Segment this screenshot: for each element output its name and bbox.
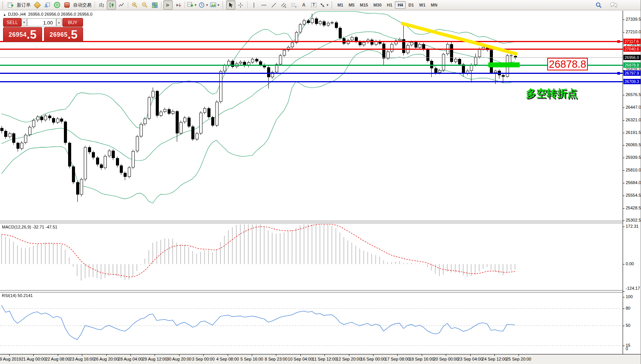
chevron-down-icon: ▼	[206, 3, 209, 7]
time-label: 10 Sep 04:00	[288, 357, 313, 361]
market-watch-button[interactable]	[33, 0, 42, 10]
axis-tick-mark	[623, 170, 625, 171]
trendline-icon	[271, 2, 277, 8]
template-icon	[210, 2, 216, 8]
autotrading-label[interactable]: 自动交易	[73, 2, 91, 8]
new-order-label[interactable]: 新订单	[17, 2, 31, 8]
new-order-button[interactable]	[6, 0, 15, 10]
time-label: 5 Sep 16:00	[240, 357, 263, 361]
buy-price-button[interactable]: 26965.5	[44, 27, 83, 42]
bar-chart-icon	[99, 2, 104, 8]
green-highlight-rectangle[interactable]	[488, 62, 520, 67]
volume-increase-button[interactable]: ▲	[56, 18, 62, 26]
time-label: 24 Sep 12:00	[482, 357, 507, 361]
time-label: 23 Sep 04:00	[458, 357, 483, 361]
bull-bear-turning-point-annotation[interactable]: 多空转折点	[526, 87, 577, 100]
horizontal-line-27117.6[interactable]	[0, 41, 623, 42]
chart-menu-triangle-icon[interactable]: ▲	[3, 13, 6, 16]
trendline-button[interactable]	[269, 0, 279, 10]
text-label-icon: T	[311, 3, 316, 7]
templates-button[interactable]: ▼	[210, 0, 220, 10]
price-chart-canvas[interactable]	[0, 11, 623, 354]
timeframe-H4[interactable]: H4	[395, 1, 406, 9]
timeframe-M15[interactable]: M15	[357, 1, 370, 9]
price-callout-text: 26878.8	[549, 59, 586, 70]
signals-button[interactable]	[52, 0, 62, 10]
time-label: 23 Aug 16:00	[70, 357, 95, 361]
tile-windows-button[interactable]	[150, 0, 159, 10]
axis-tick-mark	[623, 183, 625, 183]
price-tick-26065.5: 26065.5	[626, 142, 641, 147]
fibonacci-button[interactable]: F	[289, 0, 298, 10]
signal-icon	[54, 2, 60, 8]
horizontal-line-26797.9[interactable]	[0, 73, 623, 74]
chevron-down-icon: ▼	[326, 3, 329, 7]
periods-button[interactable]: ▼	[198, 0, 209, 10]
text-button[interactable]: A	[299, 0, 308, 10]
profile-button[interactable]	[42, 0, 52, 10]
bar-chart-button[interactable]	[97, 0, 106, 10]
toolbar-separator	[95, 2, 95, 8]
chat-button[interactable]	[609, 0, 618, 10]
axis-tick-mark	[623, 95, 625, 95]
cursor-button[interactable]	[226, 0, 235, 10]
chart-shift-button[interactable]	[173, 0, 183, 10]
search-button[interactable]	[594, 0, 603, 10]
price-tag-26709.3: 26709.3	[623, 79, 641, 84]
line-handle-26797.9[interactable]	[617, 72, 620, 75]
channel-icon: E	[281, 2, 287, 8]
sell-button-label: SELL	[7, 20, 18, 25]
timeframe-W1[interactable]: W1	[416, 1, 428, 9]
toolbar-right-icons	[594, 0, 619, 10]
timeframe-D1[interactable]: D1	[406, 1, 416, 9]
line-handle-27117.6[interactable]	[617, 40, 620, 43]
candlestick-chart-button[interactable]	[107, 0, 116, 10]
crosshair-button[interactable]	[236, 0, 245, 10]
volume-decrease-button[interactable]: ▼	[21, 18, 27, 26]
time-label: 17 Sep 08:00	[385, 357, 410, 361]
rsi-tick-0: 0	[626, 346, 628, 351]
indicators-icon	[187, 2, 193, 8]
time-axis[interactable]: 19 Aug 201921 Aug 00:0022 Aug 08:0023 Au…	[0, 354, 641, 364]
horizontal-line-26878.8[interactable]	[0, 65, 623, 66]
indicators-button[interactable]: ▼	[187, 0, 197, 10]
price-tick-27210.0: 27210.0	[626, 29, 641, 34]
arrows-button[interactable]: ▼	[319, 0, 329, 10]
equidistant-channel-button[interactable]: E	[279, 0, 289, 10]
macd-panel-splitter[interactable]	[0, 221, 623, 223]
timeframe-H1[interactable]: H1	[384, 1, 395, 9]
vertical-line-button[interactable]	[250, 0, 259, 10]
rsi-panel-splitter[interactable]	[0, 290, 623, 292]
autotrading-button[interactable]	[62, 0, 72, 10]
time-label: 22 Aug 08:00	[45, 357, 70, 361]
price-callout-box[interactable]: 26878.8	[547, 58, 588, 70]
buy-button[interactable]: BUY	[62, 18, 83, 27]
volume-input[interactable]: 1.00	[27, 18, 56, 26]
line-chart-button[interactable]	[117, 0, 126, 10]
zoom-out-button[interactable]	[140, 0, 149, 10]
timeframe-M30[interactable]: M30	[371, 1, 384, 9]
time-tick-mark	[470, 354, 471, 356]
zoom-in-button[interactable]	[130, 0, 139, 10]
macd-tick-0.00: 0.00	[626, 261, 634, 266]
time-tick-mark	[82, 354, 82, 356]
search-icon	[595, 2, 602, 8]
text-label-button[interactable]: T	[309, 0, 318, 10]
price-tick-26576.5: 26576.5	[626, 92, 641, 97]
sell-price-button[interactable]: 26954.5	[3, 27, 42, 42]
timeframe-M5[interactable]: M5	[346, 1, 357, 9]
horizontal-line-button[interactable]	[259, 0, 269, 10]
price-axis[interactable]: 27339.527210.027084.026828.526576.526447…	[623, 11, 641, 354]
symbol-period-label: DJ30-,H4	[8, 12, 26, 16]
auto-scroll-button[interactable]	[163, 0, 173, 10]
sell-button[interactable]: SELL	[3, 18, 21, 27]
price-tick-27339.5: 27339.5	[626, 17, 641, 21]
tile-windows-icon	[152, 2, 158, 8]
axis-tick-mark	[623, 32, 625, 33]
timeframe-M1[interactable]: M1	[335, 1, 346, 9]
horizontal-line-26709.3[interactable]	[0, 81, 623, 82]
annotation-text: 多空转折点	[526, 88, 577, 99]
auto-scroll-icon	[165, 2, 171, 8]
horizontal-line-27040.6[interactable]	[0, 49, 623, 50]
timeframe-MN[interactable]: MN	[428, 1, 440, 9]
